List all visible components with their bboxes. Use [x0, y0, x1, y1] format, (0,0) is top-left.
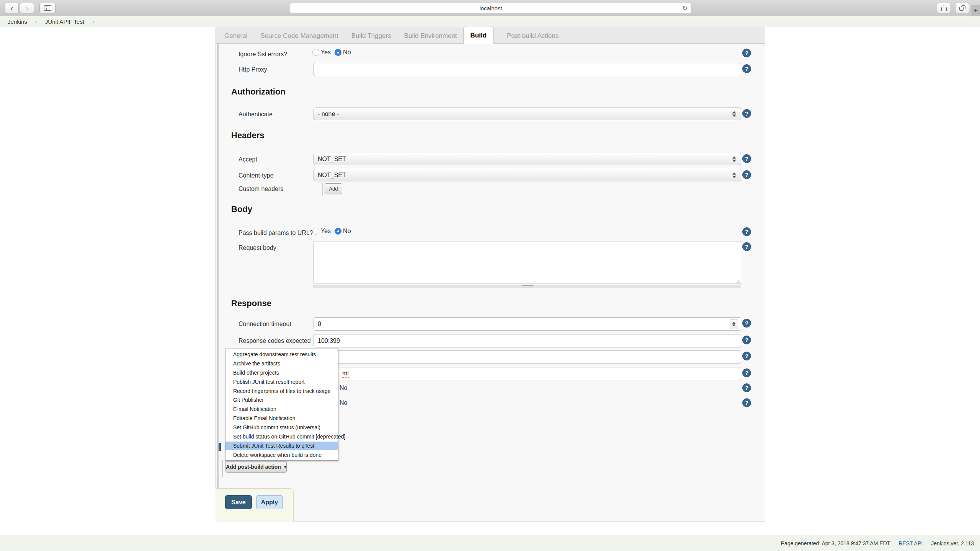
response-heading: Response — [231, 298, 271, 308]
help-icon[interactable]: ? — [742, 49, 751, 57]
pass-params-label: Pass build params to URL? — [238, 230, 313, 236]
custom-headers-label: Custom headers — [238, 186, 283, 192]
new-tab-button[interactable]: + — [971, 5, 980, 16]
select-arrows-icon — [732, 111, 736, 117]
menu-item-highlighted[interactable]: Submit JUnit Test Results to qTest — [225, 442, 338, 450]
radio-yes[interactable] — [312, 228, 319, 235]
add-post-build-action-label: Add post-build action — [226, 464, 281, 470]
response-codes-input[interactable]: 100:399 — [314, 334, 741, 347]
address-bar[interactable]: localhost ↻ — [290, 3, 692, 14]
add-post-build-action-button[interactable]: Add post-build action ▾ — [225, 461, 287, 473]
result-pattern-visible-fragment: ml — [342, 370, 349, 378]
tab-post-build-actions[interactable]: Post-build Actions — [507, 28, 559, 44]
menu-item[interactable]: Publish JUnit test result report — [225, 378, 338, 386]
breadcrumb-jenkins[interactable]: Jenkins — [8, 18, 27, 25]
textarea-drag-bar[interactable] — [314, 285, 741, 288]
plus-icon: + — [973, 7, 978, 15]
help-icon[interactable]: ? — [742, 227, 751, 236]
forward-button[interactable]: › — [20, 3, 34, 13]
help-icon[interactable]: ? — [742, 383, 751, 392]
radio-no-label: No — [343, 228, 351, 235]
breadcrumb: Jenkins › JUnit APIF Test › — [0, 16, 980, 27]
help-icon[interactable]: ? — [742, 398, 751, 407]
forward-icon: › — [26, 4, 28, 13]
pass-params-radio-group: Yes No — [312, 228, 351, 235]
help-icon[interactable]: ? — [742, 242, 751, 251]
menu-item[interactable]: Set GitHub commit status (universal) — [225, 423, 338, 432]
ignore-ssl-radio-group: Yes No — [312, 49, 351, 56]
radio-no-label: No — [343, 49, 351, 56]
apply-button[interactable]: Apply — [256, 495, 283, 509]
menu-item[interactable]: Set build status on GitHub commit [depre… — [225, 432, 338, 441]
menu-item[interactable]: Record fingerprints of files to track us… — [225, 387, 338, 395]
help-icon[interactable]: ? — [742, 368, 751, 377]
content-type-label: Content-type — [238, 172, 274, 179]
http-proxy-input[interactable] — [314, 63, 741, 76]
hidden-radio-no-label: No — [340, 399, 347, 406]
result-pattern-input[interactable]: ml — [314, 367, 741, 380]
sidebar-icon — [44, 5, 51, 11]
request-body-textarea[interactable] — [314, 241, 741, 284]
browser-chrome: ‹ › localhost ↻ ↑ + — [0, 0, 980, 16]
page-footer: Page generated: Apr 3, 2018 9:47:37 AM E… — [0, 535, 980, 551]
repeatable-section-line — [322, 183, 323, 196]
breadcrumb-separator-icon: › — [35, 18, 37, 25]
post-build-action-menu: Aggregate downstream test results Archiv… — [225, 349, 338, 461]
tab-source-code-management[interactable]: Source Code Management — [260, 28, 338, 44]
breadcrumb-job[interactable]: JUnit APIF Test — [45, 18, 84, 25]
tab-build-environment[interactable]: Build Environment — [404, 28, 457, 44]
radio-yes-label: Yes — [321, 228, 331, 235]
resize-grip-icon[interactable] — [735, 278, 740, 283]
number-stepper[interactable] — [730, 319, 738, 329]
authenticate-value: - none - — [318, 111, 339, 117]
headers-heading: Headers — [231, 130, 265, 140]
add-header-button[interactable]: Add — [325, 183, 342, 194]
menu-item[interactable]: Git Publisher — [225, 396, 338, 404]
tab-overview-icon-front — [959, 7, 964, 11]
help-icon[interactable]: ? — [742, 336, 751, 344]
authenticate-select[interactable]: - none - — [314, 108, 741, 120]
help-icon[interactable]: ? — [742, 64, 751, 73]
help-icon[interactable]: ? — [742, 109, 751, 118]
body-heading: Body — [231, 204, 252, 214]
hidden-radio-no-label: No — [340, 385, 347, 391]
share-button[interactable]: ↑ — [937, 3, 951, 13]
connection-timeout-label: Connection timeout — [238, 321, 291, 328]
tab-overview-button[interactable] — [955, 3, 969, 13]
menu-item[interactable]: Build other projects — [225, 368, 338, 377]
menu-item[interactable]: Aggregate downstream test results — [225, 350, 338, 359]
accept-select[interactable]: NOT_SET — [314, 153, 741, 165]
sidebar-toggle-button[interactable] — [39, 3, 56, 13]
page-generated-text: Page generated: Apr 3, 2018 9:47:37 AM E… — [781, 540, 890, 546]
radio-no[interactable] — [335, 49, 341, 56]
radio-yes-label: Yes — [321, 49, 331, 56]
menu-item[interactable]: E-mail Notification — [225, 405, 338, 413]
help-icon[interactable]: ? — [742, 170, 751, 179]
content-type-select[interactable]: NOT_SET — [314, 169, 741, 181]
hidden-input-1[interactable] — [314, 350, 741, 364]
menu-item[interactable]: Editable Email Notification — [225, 414, 338, 422]
radio-no[interactable] — [335, 228, 341, 235]
jenkins-version-link[interactable]: Jenkins ver. 2.113 — [931, 540, 974, 546]
tab-build[interactable]: Build — [463, 26, 494, 44]
menu-item[interactable]: Archive the artifacts — [225, 359, 338, 368]
select-arrows-icon — [732, 156, 736, 162]
radio-yes[interactable] — [312, 49, 319, 56]
hidden-button-edge — [219, 443, 221, 451]
help-icon[interactable]: ? — [742, 319, 751, 328]
help-icon[interactable]: ? — [742, 154, 751, 163]
menu-item[interactable]: Delete workspace when build is done — [225, 451, 338, 459]
authenticate-label: Authenticate — [238, 111, 273, 118]
caret-down-icon: ▾ — [284, 464, 286, 469]
request-body-label: Request body — [238, 245, 276, 251]
response-codes-value: 100:399 — [318, 337, 340, 344]
help-icon[interactable]: ? — [742, 352, 751, 360]
connection-timeout-input[interactable]: 0 — [314, 317, 741, 331]
back-button[interactable]: ‹ — [5, 3, 19, 13]
rest-api-link[interactable]: REST API — [898, 540, 923, 546]
breadcrumb-separator-icon: › — [92, 18, 94, 25]
reload-icon[interactable]: ↻ — [682, 4, 688, 12]
save-button[interactable]: Save — [225, 495, 252, 509]
tab-build-triggers[interactable]: Build Triggers — [351, 28, 391, 44]
tab-general[interactable]: General — [224, 28, 247, 44]
